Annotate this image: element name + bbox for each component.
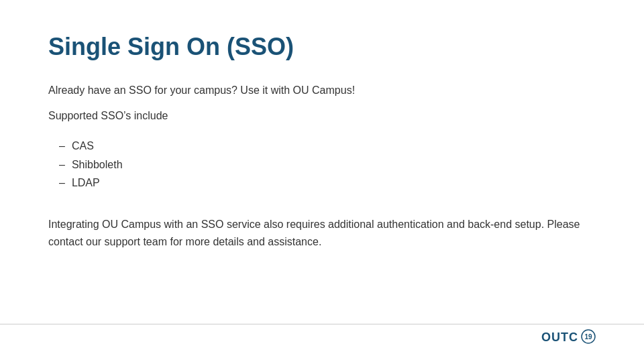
list-item-text: LDAP bbox=[72, 174, 100, 192]
intro-text: Already have an SSO for your campus? Use… bbox=[48, 82, 596, 99]
list-item-text: Shibboleth bbox=[72, 156, 123, 174]
list-item: LDAP bbox=[59, 174, 596, 192]
list-item: CAS bbox=[59, 137, 596, 155]
brand-suffix: 19 bbox=[580, 329, 596, 346]
list-item-text: CAS bbox=[72, 137, 94, 155]
svg-text:19: 19 bbox=[584, 333, 592, 341]
brand-icon: 19 bbox=[581, 329, 596, 344]
list-item: Shibboleth bbox=[59, 156, 596, 174]
bullet-list: CAS Shibboleth LDAP bbox=[59, 137, 596, 192]
slide-title: Single Sign On (SSO) bbox=[48, 32, 596, 61]
brand-text: OUTC bbox=[541, 330, 578, 345]
footer-brand: OUTC 19 bbox=[541, 329, 596, 346]
footer-divider bbox=[0, 324, 644, 324]
closing-text: Integrating OU Campus with an SSO servic… bbox=[48, 216, 596, 250]
supported-label: Supported SSO’s include bbox=[48, 108, 596, 124]
slide-container: Single Sign On (SSO) Already have an SSO… bbox=[0, 0, 644, 362]
slide-body: Already have an SSO for your campus? Use… bbox=[48, 82, 596, 335]
